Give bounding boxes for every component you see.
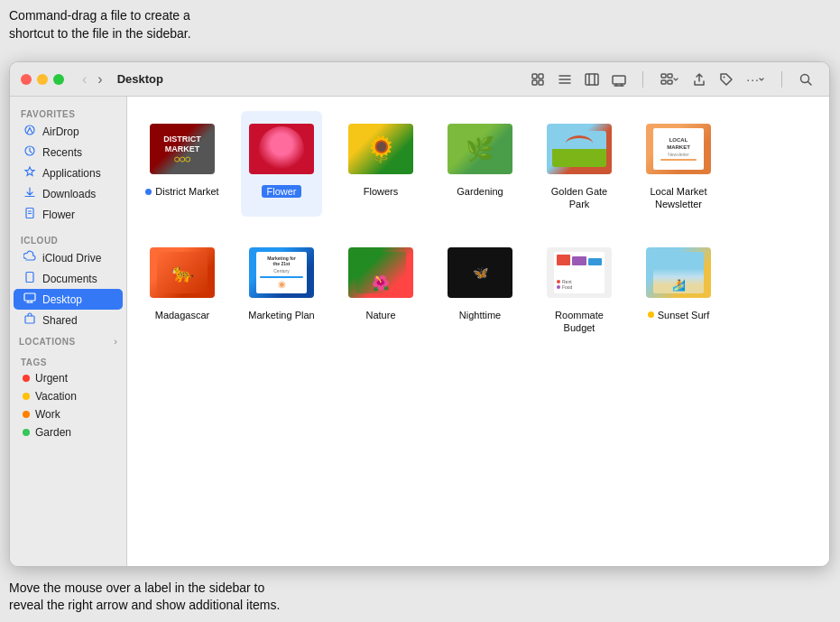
main-content: DISTRICTMARKET ⬡⬡⬡ District Market	[127, 97, 829, 566]
back-button[interactable]: ‹	[78, 70, 90, 89]
svg-rect-2	[532, 80, 537, 85]
sunset-surf-icon: 🏄	[646, 240, 711, 305]
view-gallery-button[interactable]	[606, 69, 632, 90]
minimize-button[interactable]	[37, 74, 48, 85]
svg-rect-14	[661, 74, 666, 78]
file-item-roommate-budget[interactable]: Rent Food Roommate Budget	[539, 235, 620, 340]
share-button[interactable]	[687, 69, 712, 90]
maximize-button[interactable]	[53, 74, 64, 85]
sidebar-item-documents[interactable]: Documents	[14, 268, 123, 289]
shared-label: Shared	[42, 314, 78, 327]
view-list-button[interactable]	[552, 69, 577, 90]
search-button[interactable]	[793, 69, 818, 90]
content-area: Favorites AirDrop Recents	[10, 97, 829, 566]
nature-name: Nature	[365, 309, 395, 321]
nighttime-name: Nighttime	[459, 309, 501, 321]
file-item-flowers[interactable]: 🌻 Flowers	[340, 111, 421, 217]
icloud-label: iCloud	[10, 230, 126, 247]
file-item-district-market[interactable]: DISTRICTMARKET ⬡⬡⬡ District Market	[142, 111, 223, 217]
flower-file-icon	[23, 207, 37, 222]
svg-rect-9	[586, 74, 598, 85]
file-item-flower[interactable]: Flower	[241, 111, 322, 217]
icloud-drive-label: iCloud Drive	[42, 252, 101, 265]
nav-buttons: ‹ ›	[78, 70, 106, 89]
svg-rect-27	[24, 293, 35, 301]
file-item-local-market-newsletter[interactable]: LOCALMARKET Newsletter Local Market News…	[638, 111, 719, 217]
vacation-dot	[23, 393, 30, 400]
nighttime-icon: 🦋	[448, 240, 512, 305]
file-item-marketing-plan[interactable]: Marketing forthe 21st Century ◉ Marketin…	[241, 235, 322, 340]
svg-point-18	[724, 76, 725, 78]
toolbar-separator-2	[781, 71, 782, 88]
svg-rect-3	[539, 80, 543, 85]
nature-icon: 🌺	[348, 240, 413, 305]
toolbar-separator-1	[642, 71, 643, 88]
roommate-budget-icon: Rent Food	[547, 240, 612, 305]
svg-rect-10	[613, 76, 625, 84]
action-controls: ···	[654, 69, 771, 90]
local-market-newsletter-name: Local Market Newsletter	[642, 185, 715, 211]
file-item-golden-gate-park[interactable]: Golden Gate Park	[539, 111, 620, 217]
svg-line-20	[808, 81, 812, 85]
tag-button[interactable]	[714, 69, 739, 90]
downloads-label: Downloads	[42, 188, 96, 200]
gardening-name: Gardening	[457, 185, 503, 198]
documents-icon	[23, 271, 37, 286]
sidebar-item-garden[interactable]: Garden	[14, 423, 123, 441]
svg-rect-26	[26, 273, 33, 283]
sidebar-item-work[interactable]: Work	[14, 405, 123, 423]
file-item-madagascar[interactable]: 🐆 Madagascar	[142, 235, 223, 340]
garden-dot	[23, 429, 30, 436]
flowers-icon: 🌻	[348, 116, 413, 181]
golden-gate-park-icon	[547, 116, 612, 181]
sidebar-item-recents[interactable]: Recents	[14, 142, 123, 162]
sunset-surf-dot	[648, 311, 654, 318]
work-label: Work	[35, 408, 60, 421]
file-item-nighttime[interactable]: 🦋 Nighttime	[439, 235, 521, 340]
sidebar-item-downloads[interactable]: Downloads	[14, 183, 123, 204]
downloads-icon	[23, 186, 37, 201]
recents-icon	[23, 144, 37, 160]
forward-button[interactable]: ›	[94, 70, 106, 89]
more-button[interactable]: ···	[741, 69, 771, 90]
urgent-label: Urgent	[35, 372, 68, 385]
sidebar-item-flower[interactable]: Flower	[14, 204, 123, 225]
tags-label: Tags	[10, 352, 126, 369]
sidebar-item-urgent[interactable]: Urgent	[14, 369, 123, 387]
view-controls	[525, 69, 632, 90]
flower-icon	[249, 116, 314, 181]
svg-rect-0	[532, 74, 537, 79]
window-title: Desktop	[117, 72, 163, 86]
marketing-plan-icon: Marketing forthe 21st Century ◉	[249, 240, 314, 305]
view-columns-button[interactable]	[579, 69, 605, 90]
sidebar-item-applications[interactable]: Applications	[14, 162, 123, 183]
district-market-name: District Market	[155, 185, 218, 198]
sidebar-item-desktop[interactable]: Desktop	[14, 289, 123, 310]
sidebar-item-icloud-drive[interactable]: iCloud Drive	[14, 247, 123, 268]
sunset-surf-name: Sunset Surf	[658, 309, 709, 321]
file-item-nature[interactable]: 🌺 Nature	[340, 235, 421, 340]
close-button[interactable]	[21, 74, 32, 85]
annotation-top-text: Command-drag a file to create a shortcut…	[9, 8, 191, 41]
recents-label: Recents	[42, 146, 82, 159]
work-dot	[23, 411, 30, 418]
traffic-lights	[21, 74, 64, 85]
svg-rect-16	[661, 80, 666, 84]
golden-gate-park-name: Golden Gate Park	[542, 185, 616, 211]
file-item-sunset-surf[interactable]: 🏄 Sunset Surf	[638, 235, 719, 340]
sidebar-item-airdrop[interactable]: AirDrop	[14, 121, 123, 142]
group-by-button[interactable]	[654, 69, 685, 90]
sidebar-item-vacation[interactable]: Vacation	[14, 387, 123, 405]
favorites-label: Favorites	[10, 104, 126, 121]
view-grid-button[interactable]	[525, 69, 550, 90]
file-item-gardening[interactable]: 🌿 Gardening	[439, 111, 521, 217]
finder-window: ‹ › Desktop	[9, 61, 830, 567]
madagascar-icon: 🐆	[150, 240, 215, 305]
sidebar: Favorites AirDrop Recents	[10, 97, 127, 566]
gardening-icon: 🌿	[448, 116, 512, 181]
locations-arrow-icon[interactable]: ›	[114, 336, 117, 347]
local-market-newsletter-icon: LOCALMARKET Newsletter	[646, 116, 711, 181]
sidebar-item-shared[interactable]: Shared	[14, 310, 123, 330]
svg-rect-31	[25, 316, 34, 323]
svg-rect-1	[539, 74, 543, 79]
